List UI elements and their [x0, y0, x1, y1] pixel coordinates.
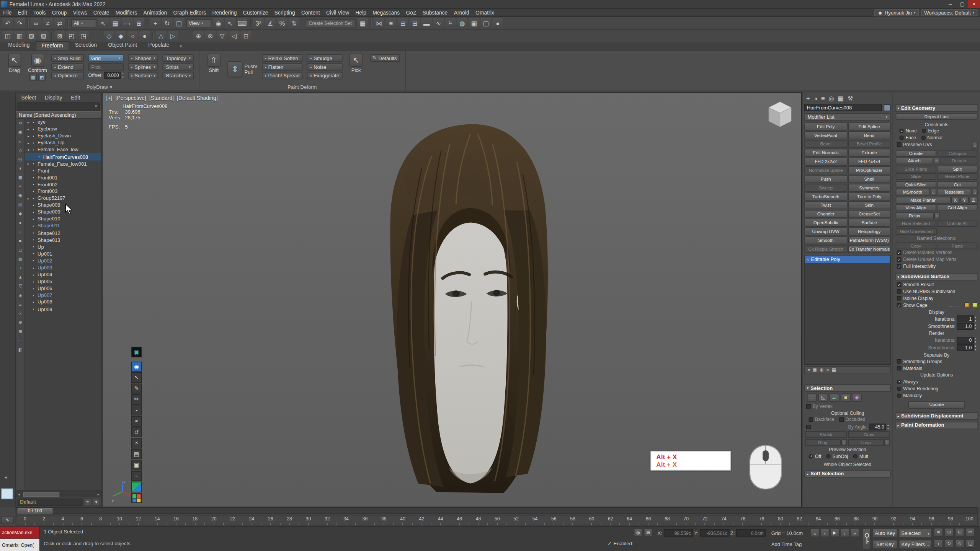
- modifier-button-retopology[interactable]: Retopology: [848, 227, 891, 235]
- sort-by-type-icon[interactable]: ◈: [19, 292, 22, 298]
- menu-megascans[interactable]: Megascans: [369, 9, 403, 15]
- exaggerate-button[interactable]: ▪Exaggerate: [307, 72, 342, 80]
- polydraw-drag-button[interactable]: ↖ Drag: [5, 52, 24, 83]
- fov-icon[interactable]: ◇: [955, 539, 964, 548]
- select-and-move-icon[interactable]: +: [150, 18, 161, 28]
- menu-group[interactable]: Group: [49, 9, 70, 15]
- keyboard-shortcut-override-icon[interactable]: ⌨: [237, 18, 248, 28]
- modifier-button-turbosmooth[interactable]: TurboSmooth: [804, 192, 847, 201]
- region-zoom-icon[interactable]: ⊠: [54, 31, 65, 41]
- radio-none[interactable]: None: [899, 128, 917, 134]
- display-containers-icon[interactable]: ◆: [19, 210, 22, 217]
- border-subobject-icon[interactable]: ▱: [830, 394, 840, 402]
- wireframe-toggle-icon[interactable]: ◇: [104, 31, 114, 41]
- checkbox-show-cage[interactable]: ✓Show Cage......: [896, 302, 978, 308]
- button-slice[interactable]: Slice: [896, 173, 936, 180]
- button-split[interactable]: Split: [937, 165, 978, 172]
- omatrix-logo-icon[interactable]: ◉: [131, 347, 142, 357]
- menu-substance[interactable]: Substance: [420, 9, 451, 15]
- material-editor-icon[interactable]: ◍: [457, 18, 467, 28]
- settings-ring[interactable]: □: [841, 439, 847, 446]
- modifier-button-shell[interactable]: Shell: [848, 175, 891, 183]
- add-time-tag[interactable]: Add Time Tag: [771, 542, 802, 548]
- modifier-button-edit-poly[interactable]: Edit Poly: [804, 122, 847, 130]
- orbit-icon[interactable]: ↻: [944, 539, 954, 548]
- search-clear-icon[interactable]: ×: [93, 104, 99, 109]
- modifier-button-creaseset[interactable]: CreaseSet: [848, 210, 891, 218]
- modifier-button-cx-ripple-stretch[interactable]: Cx Ripple Stretch: [804, 245, 847, 253]
- button-grow[interactable]: Grow: [848, 431, 890, 438]
- close-button[interactable]: ×: [968, 0, 980, 8]
- select-none-icon[interactable]: ⊘: [18, 120, 22, 126]
- display-cameras-icon[interactable]: ∗: [18, 165, 22, 171]
- button-hide-selected[interactable]: Hide Selected: [896, 220, 936, 227]
- explorer-item-eyelash-down[interactable]: ▸▪Eyelash_Down: [25, 132, 101, 139]
- explorer-menu-icon[interactable]: ≡: [84, 498, 91, 506]
- modifier-button-cx-transfer-normals[interactable]: Cx Transfer Normals: [848, 245, 891, 253]
- toggle-scene-explorer-icon[interactable]: ⊟: [397, 18, 408, 28]
- select-and-rotate-icon[interactable]: ↻: [162, 18, 173, 28]
- explorer-item-shape011[interactable]: ▪Shape011: [25, 223, 101, 230]
- explorer-settings-icon[interactable]: ◧: [18, 346, 23, 352]
- button-copy[interactable]: Copy: [896, 242, 936, 249]
- render-production-icon[interactable]: ●: [493, 18, 503, 28]
- color-clipboard-icon[interactable]: ⊡: [241, 31, 252, 41]
- checkbox-isoline-display[interactable]: Isoline Display: [896, 295, 978, 301]
- bind-to-space-warp-icon[interactable]: ⇄: [54, 18, 65, 28]
- display-materials-icon[interactable]: ■: [19, 238, 22, 244]
- spinner-arrows[interactable]: ▴▾: [975, 337, 977, 344]
- button-create[interactable]: Create: [896, 150, 936, 156]
- spinner-arrows[interactable]: ▴▾: [975, 323, 977, 330]
- select-cursor-icon[interactable]: ↖: [131, 372, 142, 383]
- rendered-frame-window-icon[interactable]: ▢: [481, 18, 492, 28]
- button-make-planar[interactable]: Make Planar: [896, 196, 951, 203]
- modifier-list-dropdown[interactable]: Modifier List ▾: [804, 113, 890, 121]
- named-selection-set-field[interactable]: Create Selection Set: [305, 19, 356, 27]
- use-pivot-center-icon[interactable]: ◉: [213, 18, 224, 28]
- create-tab-icon[interactable]: +: [806, 95, 810, 101]
- explorer-item-hairfromcurves008[interactable]: ▪HairFromCurves008: [25, 153, 101, 160]
- checkbox-occluded[interactable]: Occluded: [839, 417, 865, 423]
- ribbon-config-icon[interactable]: ▾: [180, 44, 182, 50]
- render-setup-icon[interactable]: ▣: [469, 18, 479, 28]
- checkbox-backface[interactable]: Backface: [809, 417, 835, 423]
- spinner-field-smoothness[interactable]: 1.0: [957, 323, 973, 330]
- display-all-icon[interactable]: ▣: [18, 129, 23, 135]
- modifier-button-edit-normals[interactable]: Edit Normals: [804, 149, 847, 157]
- offset-field[interactable]: 0.000: [104, 72, 121, 79]
- element-subobject-icon[interactable]: ◆: [852, 394, 862, 402]
- explorer-item-eyelash-up[interactable]: ▸▪Eyelash_Up: [25, 140, 101, 147]
- spinner-field-iterations[interactable]: 0: [957, 337, 973, 344]
- perspective-viewport[interactable]: [+][Perspective][Standard][Default Shadi…: [102, 93, 802, 507]
- smudge-button[interactable]: ▪Smudge: [307, 54, 342, 62]
- checkbox-by-vertex[interactable]: By Vertex: [805, 403, 890, 409]
- align-normals-icon[interactable]: ◁: [229, 31, 240, 41]
- explorer-item-up002[interactable]: ▪Up002: [25, 257, 101, 264]
- extend-button[interactable]: ▪Extend: [51, 63, 84, 71]
- transform-gizmo-icon[interactable]: △: [156, 31, 167, 41]
- display-lights-icon[interactable]: ◎: [18, 156, 22, 162]
- schematic-view-icon[interactable]: ⌗: [445, 18, 456, 28]
- print-tool-icon[interactable]: ▤: [131, 449, 142, 459]
- settings-preserve-uvs[interactable]: □: [972, 142, 978, 149]
- modifier-button-surface[interactable]: Surface: [848, 218, 891, 227]
- shapes-dropdown[interactable]: ▪Shapes▾: [128, 54, 158, 62]
- radio-edge[interactable]: Edge: [922, 128, 939, 134]
- explorer-item-eyebrow[interactable]: ▸▪Eyebrow: [25, 126, 101, 132]
- menu-modifiers[interactable]: Modifiers: [113, 9, 140, 15]
- flatten-button[interactable]: ▪Flatten: [261, 63, 302, 71]
- ambient-occlusion-icon[interactable]: ●: [139, 31, 150, 41]
- menu-views[interactable]: Views: [70, 9, 90, 15]
- zoom-icon[interactable]: ⊕: [934, 528, 943, 537]
- selection-set-dropdown[interactable]: Selected ▾: [899, 528, 932, 538]
- explorer-item-shape010[interactable]: ▪Shape010: [25, 216, 101, 223]
- menu-scripting[interactable]: Scripting: [271, 9, 298, 15]
- noise-button[interactable]: ▪Noise: [307, 63, 342, 71]
- go-to-start-icon[interactable]: «: [810, 528, 819, 537]
- edge-subobject-icon[interactable]: ◺: [818, 394, 828, 402]
- pinch-spread-button[interactable]: ▪Pinch/ Spread: [261, 72, 302, 80]
- menu-goz[interactable]: GoZ: [403, 9, 419, 15]
- optimize-button[interactable]: ▪Optimize: [51, 72, 84, 80]
- strips-dropdown[interactable]: Strips▾: [163, 63, 194, 71]
- expand-all-icon[interactable]: ⊕: [18, 319, 22, 325]
